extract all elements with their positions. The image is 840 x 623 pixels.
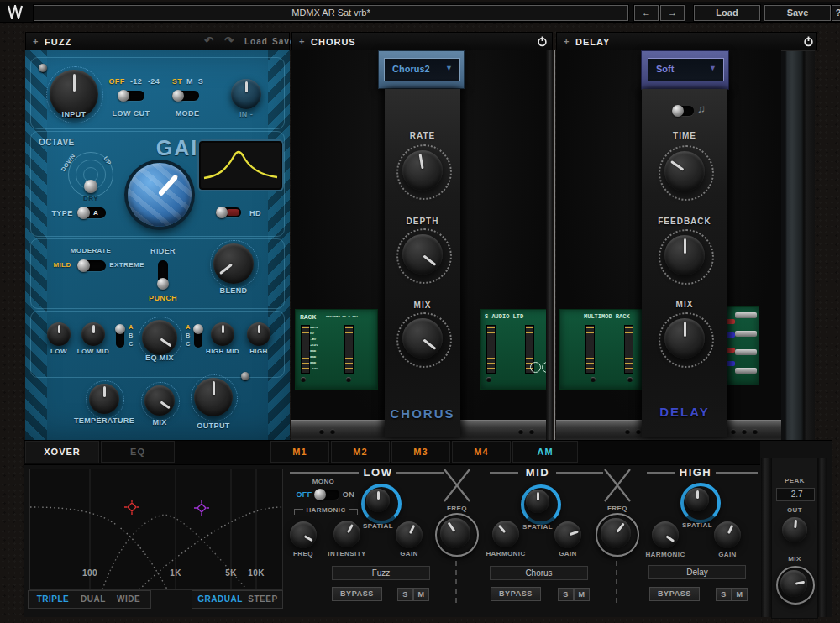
chorus-preset-value: Chorus2	[392, 64, 430, 74]
delay-mix-knob[interactable]	[664, 318, 705, 359]
low-module-field[interactable]: Fuzz	[332, 566, 430, 580]
tab-m3[interactable]: M3	[391, 441, 450, 463]
chorus-preset-dropdown[interactable]: Chorus2 ▼	[384, 58, 460, 81]
high-gain-knob[interactable]	[714, 521, 741, 548]
low-mute-button[interactable]: M	[413, 588, 429, 601]
low-solo-button[interactable]: S	[397, 588, 413, 601]
high-spatial-label: SPATIAL	[679, 521, 716, 529]
drive-mild-label: MILD	[50, 261, 74, 269]
eq-high-knob[interactable]	[247, 322, 270, 346]
power-icon[interactable]	[537, 36, 548, 49]
mid-mute-button[interactable]: M	[574, 588, 590, 601]
chorus-depth-knob[interactable]	[402, 234, 443, 275]
chorus-rate-knob[interactable]	[402, 150, 443, 191]
mono-label: MONO	[312, 478, 335, 485]
blend-knob[interactable]	[213, 243, 254, 284]
low-freq-knob[interactable]	[290, 521, 317, 548]
mode-switch[interactable]	[172, 91, 199, 101]
type-value: A	[93, 209, 98, 217]
low-intensity-knob[interactable]	[333, 521, 360, 547]
chorus-title: CHORUS	[311, 37, 356, 47]
gradual-button[interactable]: GRADUAL	[196, 593, 244, 606]
rider-switch[interactable]	[158, 260, 168, 287]
high-spatial-knob[interactable]	[685, 488, 709, 511]
preset-name-field[interactable]: MDMX AR Sat vrb*	[34, 5, 628, 21]
help-button[interactable]: ?	[832, 5, 840, 21]
delay-sync-switch[interactable]	[672, 106, 694, 116]
next-preset-button[interactable]: →	[660, 5, 685, 21]
eq-highmid-knob[interactable]	[211, 322, 234, 346]
high-gain-label: GAIN	[716, 551, 739, 558]
eq-abc-switch-right[interactable]	[194, 325, 202, 348]
gain-knob[interactable]	[128, 163, 192, 227]
hd-switch[interactable]	[216, 207, 241, 217]
input-label: INPUT	[49, 110, 99, 118]
plus-icon[interactable]: +	[564, 36, 570, 46]
delay-preset-dropdown[interactable]: Soft ▼	[648, 58, 724, 81]
delay-feedback-knob[interactable]	[664, 235, 705, 275]
mid-harmonic-knob[interactable]	[492, 521, 519, 547]
high-harmonic-knob[interactable]	[652, 521, 679, 548]
wide-button[interactable]: WIDE	[111, 593, 146, 606]
tab-xover[interactable]: XOVER	[25, 441, 99, 463]
high-module-field[interactable]: Delay	[648, 565, 746, 579]
triple-button[interactable]: TRIPLE	[33, 593, 73, 606]
fuzz-load-button[interactable]: Load	[244, 37, 268, 46]
delay-time-knob[interactable]	[664, 151, 705, 191]
load-button[interactable]: Load	[694, 5, 760, 21]
chorus-mix-knob[interactable]	[402, 318, 443, 359]
fuzz-mix-knob[interactable]	[144, 385, 175, 416]
tab-eq[interactable]: EQ	[101, 441, 175, 463]
octave-dry-label: DRY	[77, 195, 104, 202]
prev-preset-button[interactable]: ←	[634, 5, 659, 21]
high-solo-button[interactable]: S	[716, 588, 732, 601]
eq-lowmid-knob[interactable]	[81, 322, 105, 346]
tab-am[interactable]: AM	[512, 441, 578, 463]
mid-spatial-knob[interactable]	[526, 490, 549, 513]
crossover-marker-high[interactable]	[194, 500, 209, 516]
mid-solo-button[interactable]: S	[558, 588, 574, 601]
low-gain-knob[interactable]	[396, 521, 423, 548]
pcb-pin-labels: GATE CV -5V +12V GND GND GND -12V	[310, 325, 318, 372]
xfreq2-knob[interactable]	[601, 518, 631, 548]
undo-icon[interactable]: ↶	[204, 34, 214, 47]
save-button[interactable]: Save	[764, 5, 831, 21]
mid-gain-knob[interactable]	[554, 521, 581, 548]
xfreq1-knob[interactable]	[440, 518, 470, 548]
mid-module-field[interactable]: Chorus	[490, 566, 588, 580]
dual-button[interactable]: DUAL	[77, 593, 109, 606]
low-spatial-knob[interactable]	[366, 489, 390, 512]
redo-icon[interactable]: ↷	[224, 34, 234, 47]
tab-m1[interactable]: M1	[270, 441, 329, 463]
high-bypass-button[interactable]: BYPASS	[649, 587, 700, 601]
drive-moderate-label: MODERATE	[67, 247, 114, 254]
temperature-knob[interactable]	[89, 384, 119, 414]
xfreq2-label: FREQ	[606, 505, 629, 512]
high-mute-button[interactable]: M	[732, 588, 748, 601]
lowcut-switch[interactable]	[118, 91, 144, 101]
plus-icon[interactable]: +	[299, 36, 305, 46]
master-mix-knob[interactable]	[780, 570, 807, 597]
power-icon[interactable]	[803, 36, 814, 49]
tab-m2[interactable]: M2	[331, 441, 390, 463]
punch-label: PUNCH	[145, 294, 181, 302]
octave-knob[interactable]	[84, 180, 97, 193]
type-switch[interactable]: A	[77, 207, 106, 218]
mono-switch[interactable]	[314, 490, 339, 500]
mid-bypass-button[interactable]: BYPASS	[491, 587, 541, 601]
low-bypass-button[interactable]: BYPASS	[332, 587, 382, 601]
tick-1k: 1K	[159, 568, 192, 578]
eq-low-knob[interactable]	[47, 322, 71, 346]
tab-m4[interactable]: M4	[452, 441, 511, 463]
crossover-marker-low[interactable]	[124, 500, 139, 515]
out-knob[interactable]	[782, 517, 807, 542]
fuzz-module-header: + FUZZ ↶ ↷ Load Save	[25, 32, 290, 50]
drive-switch[interactable]	[77, 260, 106, 271]
master-mix-label: MIX	[775, 555, 814, 563]
eq-mix-knob[interactable]	[142, 320, 177, 355]
fuzz-output-knob[interactable]	[194, 378, 233, 416]
in-knob[interactable]	[231, 79, 261, 109]
plus-icon[interactable]: +	[33, 36, 39, 46]
eq-abc-switch-left[interactable]	[116, 325, 124, 348]
steep-button[interactable]: STEEP	[246, 593, 280, 606]
